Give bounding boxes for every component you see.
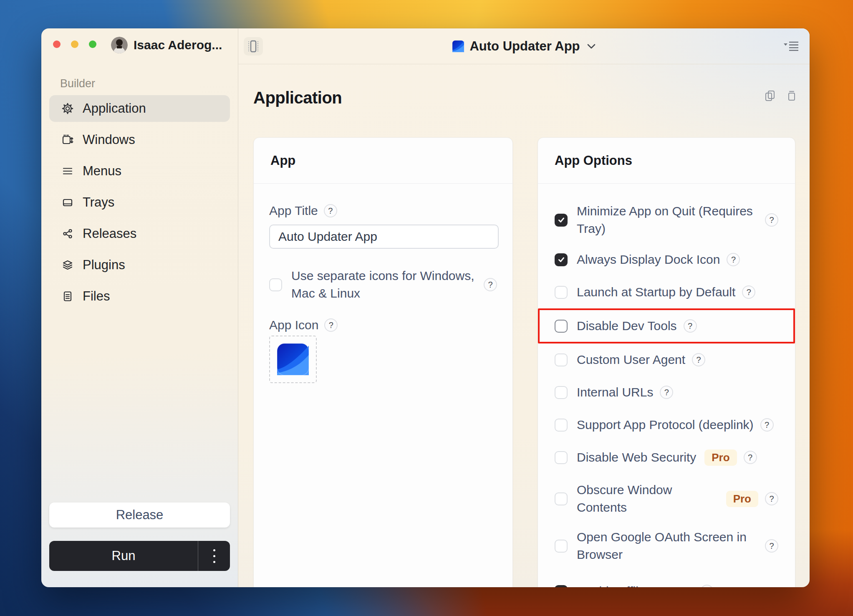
app-options-card: App Options Minimize App on Quit (Requir… bbox=[538, 137, 795, 587]
layers-icon bbox=[62, 259, 73, 271]
sidebar-item-menus[interactable]: Menus bbox=[49, 158, 230, 184]
separate-icons-checkbox[interactable] bbox=[269, 278, 282, 291]
sidebar-item-files[interactable]: Files bbox=[49, 283, 230, 310]
help-icon[interactable]: ? bbox=[765, 213, 778, 227]
sidebar: Isaac Aderog... Builder Application Wind… bbox=[41, 28, 238, 587]
option-checkbox[interactable] bbox=[555, 386, 568, 399]
app-title-input[interactable] bbox=[269, 225, 499, 249]
option-checkbox[interactable] bbox=[555, 320, 568, 333]
option-checkbox[interactable] bbox=[555, 214, 568, 227]
duplicate-button[interactable] bbox=[764, 90, 776, 103]
option-label: Obscure Window Contents bbox=[577, 481, 718, 516]
share-icon bbox=[62, 228, 73, 240]
option-checkbox[interactable] bbox=[555, 451, 568, 464]
run-button[interactable]: Run bbox=[49, 541, 198, 571]
option-label: Launch at Startup by Default bbox=[577, 283, 735, 301]
sidebar-nav: Application Windows Menus Trays bbox=[49, 95, 230, 310]
app-card-header: App bbox=[254, 138, 512, 183]
delete-button[interactable] bbox=[786, 89, 797, 104]
option-checkbox[interactable] bbox=[555, 419, 568, 432]
option-checkbox[interactable] bbox=[555, 286, 568, 299]
list-menu-icon bbox=[784, 41, 799, 51]
option-checkbox[interactable] bbox=[555, 540, 568, 553]
help-icon[interactable]: ? bbox=[324, 318, 338, 332]
chevron-down-icon bbox=[587, 43, 596, 50]
sidebar-item-label: Menus bbox=[83, 164, 121, 179]
app-window: Isaac Aderog... Builder Application Wind… bbox=[41, 28, 810, 587]
option-row: Support App Protocol (deeplink)? bbox=[555, 416, 778, 434]
option-row: Launch at Startup by Default? bbox=[555, 283, 778, 301]
hamburger-icon bbox=[62, 165, 73, 177]
option-row: Minimize App on Quit (Requires Tray)? bbox=[555, 202, 778, 237]
option-label: Minimize App on Quit (Requires Tray) bbox=[577, 202, 760, 237]
option-label: Internal URLs bbox=[577, 384, 653, 401]
sidebar-item-trays[interactable]: Trays bbox=[49, 189, 230, 216]
app-selector[interactable]: Auto Updater App bbox=[452, 28, 596, 64]
option-row: Internal URLs? bbox=[555, 384, 778, 401]
help-icon[interactable]: ? bbox=[765, 492, 778, 505]
separate-icons-row: Use separate icons for Windows, Mac & Li… bbox=[269, 267, 497, 302]
device-frame-button[interactable] bbox=[244, 37, 263, 56]
sidebar-item-application[interactable]: Application bbox=[49, 95, 230, 122]
app-logo-icon bbox=[452, 40, 464, 52]
zoom-button[interactable] bbox=[89, 40, 96, 48]
app-options-list: Minimize App on Quit (Requires Tray)?Alw… bbox=[538, 184, 795, 587]
app-icon-dropzone[interactable] bbox=[269, 336, 317, 383]
help-icon[interactable]: ? bbox=[744, 451, 757, 464]
page-title: Application bbox=[253, 88, 342, 107]
sidebar-item-label: Trays bbox=[83, 195, 114, 210]
release-button-label: Release bbox=[116, 507, 164, 523]
option-label: Enable offline screen bbox=[577, 583, 694, 587]
run-button-group: Run bbox=[49, 541, 230, 571]
view-options-button[interactable] bbox=[784, 41, 799, 51]
account-menu[interactable]: Isaac Aderog... bbox=[111, 37, 222, 53]
run-button-label: Run bbox=[112, 548, 136, 563]
help-icon[interactable]: ? bbox=[684, 319, 697, 333]
option-label: Disable Dev Tools bbox=[577, 317, 677, 335]
option-row: Disable Web SecurityPro? bbox=[555, 449, 778, 466]
app-selector-label: Auto Updater App bbox=[469, 39, 580, 54]
app-icon-label: App Icon bbox=[269, 318, 318, 332]
help-icon[interactable]: ? bbox=[484, 278, 497, 291]
option-checkbox[interactable] bbox=[555, 492, 568, 505]
gear-icon bbox=[62, 103, 73, 114]
sidebar-item-windows[interactable]: Windows bbox=[49, 126, 230, 153]
app-card: App App Title ? Use separate icons for W… bbox=[253, 137, 513, 587]
content-pane: Auto Updater App Application bbox=[238, 28, 810, 587]
sidebar-item-label: Releases bbox=[83, 226, 136, 241]
option-label: Open Google OAuth Screen in Browser bbox=[577, 528, 760, 563]
document-icon bbox=[62, 290, 73, 302]
help-icon[interactable]: ? bbox=[765, 539, 778, 553]
option-checkbox[interactable] bbox=[555, 585, 568, 588]
run-options-button[interactable] bbox=[198, 541, 230, 571]
sidebar-item-label: Files bbox=[83, 289, 110, 304]
help-icon[interactable]: ? bbox=[660, 386, 673, 399]
help-icon[interactable]: ? bbox=[760, 418, 774, 432]
option-label: Disable Web Security bbox=[577, 449, 696, 466]
sidebar-item-plugins[interactable]: Plugins bbox=[49, 252, 230, 278]
close-button[interactable] bbox=[53, 40, 61, 48]
help-icon[interactable]: ? bbox=[692, 353, 705, 366]
sidebar-item-label: Plugins bbox=[83, 258, 125, 273]
pro-badge: Pro bbox=[726, 491, 758, 507]
release-button[interactable]: Release bbox=[49, 502, 230, 528]
help-icon[interactable]: ? bbox=[727, 253, 740, 266]
sidebar-item-releases[interactable]: Releases bbox=[49, 220, 230, 247]
option-row: Open Google OAuth Screen in Browser? bbox=[555, 528, 778, 563]
help-icon[interactable]: ? bbox=[742, 285, 755, 299]
highlight-red-box: Disable Dev Tools? bbox=[538, 308, 795, 343]
option-checkbox[interactable] bbox=[555, 253, 568, 266]
sidebar-item-label: Application bbox=[83, 101, 146, 116]
help-icon[interactable]: ? bbox=[700, 585, 714, 587]
window-resize-icon bbox=[62, 134, 73, 146]
option-label: Always Display Dock Icon bbox=[577, 251, 720, 268]
pro-badge: Pro bbox=[704, 449, 737, 466]
page-title-actions bbox=[764, 89, 797, 104]
sidebar-item-label: Windows bbox=[83, 132, 135, 147]
option-checkbox[interactable] bbox=[555, 353, 568, 366]
option-row: Enable offline screen? bbox=[555, 583, 778, 587]
help-icon[interactable]: ? bbox=[324, 204, 337, 217]
app-icon-preview bbox=[277, 343, 309, 375]
option-row: Custom User Agent? bbox=[555, 351, 778, 369]
minimize-button[interactable] bbox=[71, 40, 78, 48]
